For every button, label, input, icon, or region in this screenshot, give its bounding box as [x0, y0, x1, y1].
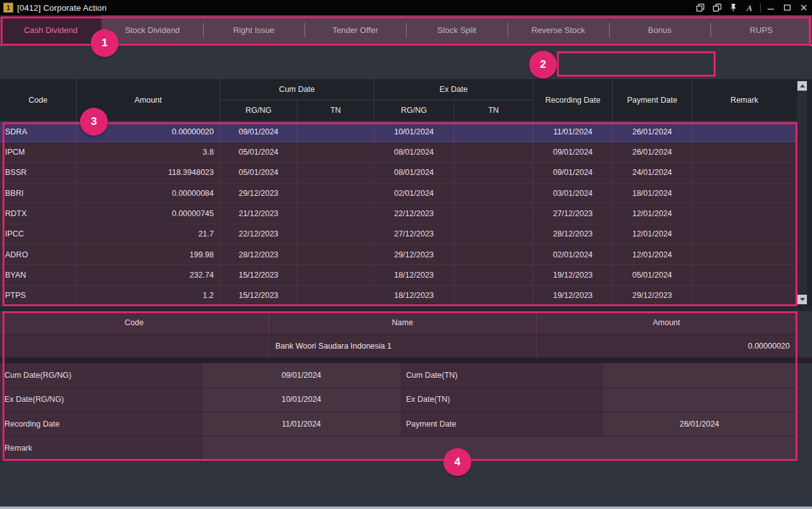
svg-text:A: A	[746, 3, 752, 12]
font-icon[interactable]: A	[742, 0, 758, 15]
column-header-payment-date[interactable]: Payment Date	[613, 79, 692, 122]
detail-fields: Cum Date(RG/NG)09/01/2024Cum Date(TN)Ex …	[0, 363, 797, 461]
detail-field-row: Remark	[0, 437, 797, 461]
detail-field-value	[603, 363, 797, 387]
close-icon[interactable]	[796, 0, 812, 15]
detail-gap	[0, 358, 812, 363]
table-row[interactable]: PTPS1.215/12/202318/12/202319/12/202329/…	[0, 286, 797, 306]
cell-cum-date-rgng: 21/12/2023	[220, 203, 298, 223]
cell-remark	[692, 163, 797, 183]
detail-field-label: Remark	[0, 437, 202, 461]
cell-amount: 3.8	[77, 142, 220, 162]
tab-strip: Cash DividendStock DividendRight IssueTe…	[0, 15, 812, 46]
cell-remark	[692, 122, 797, 141]
cell-ex-date-rgng: 10/01/2024	[374, 122, 454, 141]
cell-ex-date-rgng: 27/12/2023	[374, 224, 454, 244]
column-header-remark[interactable]: Remark	[692, 79, 797, 122]
cell-code: BSSR	[0, 163, 77, 183]
cell-cum-date-rgng: 09/01/2024	[220, 122, 298, 141]
column-header-ex-rgng[interactable]: RG/NG	[374, 100, 454, 122]
detail-field-value: 09/01/2024	[202, 363, 402, 387]
tab-rups[interactable]: RUPS	[710, 15, 812, 45]
column-header-ex-tn[interactable]: TN	[454, 100, 534, 122]
cell-remark	[692, 142, 797, 162]
cell-code: PTPS	[0, 286, 77, 306]
scroll-up-icon[interactable]	[797, 81, 807, 91]
cell-cum-date-rgng: 28/12/2023	[220, 245, 298, 264]
cell-ex-date-rgng: 18/12/2023	[374, 286, 454, 306]
cell-cum-date-tn	[298, 265, 374, 285]
cell-amount: 0.00000020	[77, 122, 220, 141]
tab-stock-split[interactable]: Stock Split	[406, 15, 508, 45]
detail-field-label: Payment Date	[402, 412, 603, 436]
cell-code: BYAN	[0, 265, 77, 285]
cell-remark	[692, 224, 797, 244]
cell-cum-date-rgng: 05/01/2024	[220, 142, 298, 162]
column-header-code[interactable]: Code	[0, 79, 77, 122]
cell-remark	[692, 265, 797, 285]
pin-icon[interactable]	[725, 0, 742, 15]
table-row[interactable]: SDRA0.0000002009/01/202410/01/202411/01/…	[0, 122, 797, 142]
table-row[interactable]: BBRI0.0000008429/12/202302/01/202403/01/…	[0, 183, 797, 203]
maximize-icon[interactable]	[779, 0, 796, 15]
titlebar: 1 [0412] Corporate Action A	[0, 0, 812, 15]
cell-code: ADRO	[0, 245, 77, 264]
detail-code-value	[0, 335, 269, 358]
cell-code: IPCM	[0, 142, 77, 162]
table-row[interactable]: ADRO199.9828/12/202329/12/202302/01/2024…	[0, 245, 797, 265]
corporate-action-table: Code Amount Cum Date Ex Date Recording D…	[0, 79, 797, 306]
window-title: [0412] Corporate Action	[17, 3, 107, 13]
cell-cum-date-rgng: 15/12/2023	[220, 265, 298, 285]
cell-ex-date-tn	[454, 203, 534, 223]
cell-amount: 118.3948023	[77, 163, 220, 183]
tab-bonus[interactable]: Bonus	[609, 15, 710, 45]
detail-field-value: 26/01/2024	[603, 412, 797, 436]
table-row[interactable]: IPCM3.805/01/202408/01/202409/01/202426/…	[0, 142, 797, 162]
cell-amount: 0.00000084	[77, 183, 220, 203]
vertical-scrollbar[interactable]	[797, 81, 807, 304]
cell-recording-date: 02/01/2024	[534, 245, 613, 264]
cell-cum-date-tn	[298, 183, 374, 203]
cell-amount: 0.00000745	[77, 203, 220, 223]
cell-code: RDTX	[0, 203, 77, 223]
table-row[interactable]: BSSR118.394802305/01/202408/01/202409/01…	[0, 163, 797, 183]
cell-recording-date: 28/12/2023	[534, 224, 613, 244]
restore-icon[interactable]	[692, 0, 709, 15]
scroll-down-icon[interactable]	[797, 295, 807, 304]
tab-cash-dividend[interactable]: Cash Dividend	[0, 15, 102, 45]
cell-payment-date: 12/01/2024	[613, 203, 692, 223]
cell-cum-date-tn	[298, 245, 374, 264]
detail-header: Code Name Amount	[0, 311, 797, 334]
tab-tender-offer[interactable]: Tender Offer	[304, 15, 406, 45]
cell-ex-date-rgng: 29/12/2023	[374, 245, 454, 264]
table-row[interactable]: IPCC21.722/12/202327/12/202328/12/202312…	[0, 224, 797, 245]
tab-reverse-stock[interactable]: Reverse Stock	[508, 15, 609, 45]
cell-remark	[692, 203, 797, 223]
table-row[interactable]: BYAN232.7415/12/202318/12/202319/12/2023…	[0, 265, 797, 285]
column-header-recording-date[interactable]: Recording Date	[534, 79, 613, 122]
status-strip	[0, 506, 812, 509]
column-header-cum-date[interactable]: Cum Date	[220, 79, 374, 100]
cascade-icon[interactable]	[709, 0, 725, 15]
column-header-cum-rgng[interactable]: RG/NG	[220, 100, 298, 122]
corporate-action-window: 1 [0412] Corporate Action A	[0, 0, 812, 509]
cell-recording-date: 09/01/2024	[534, 142, 613, 162]
table-row[interactable]: RDTX0.0000074521/12/202322/12/202327/12/…	[0, 203, 797, 224]
cell-ex-date-tn	[454, 286, 534, 306]
detail-field-row: Cum Date(RG/NG)09/01/2024Cum Date(TN)	[0, 363, 797, 388]
cell-code: BBRI	[0, 183, 77, 203]
detail-field-label: Ex Date(TN)	[402, 388, 603, 412]
column-header-ex-date[interactable]: Ex Date	[374, 79, 534, 100]
tab-stock-dividend[interactable]: Stock Dividend	[102, 15, 203, 45]
detail-field-value	[603, 388, 797, 412]
cell-cum-date-rgng: 05/01/2024	[220, 163, 298, 183]
cell-code: IPCC	[0, 224, 77, 244]
tab-right-issue[interactable]: Right Issue	[203, 15, 304, 45]
table-body: SDRA0.0000002009/01/202410/01/202411/01/…	[0, 122, 797, 306]
column-header-cum-tn[interactable]: TN	[298, 100, 374, 122]
cell-ex-date-rgng: 08/01/2024	[374, 163, 454, 183]
query-toolbar: 15/12/2023 ~ 15/01/2024 Query Next	[0, 46, 812, 79]
cell-cum-date-rgng: 15/12/2023	[220, 286, 298, 306]
column-header-amount[interactable]: Amount	[77, 79, 220, 122]
minimize-icon[interactable]	[763, 0, 779, 15]
